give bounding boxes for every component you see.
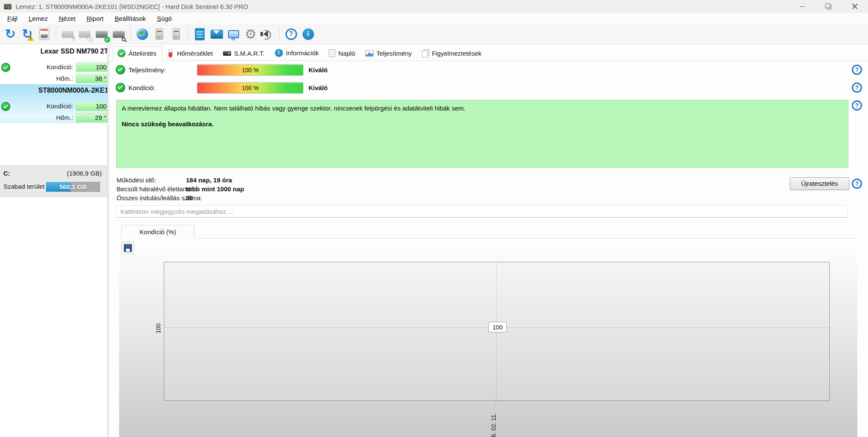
disk-clock-button[interactable]	[76, 26, 93, 43]
chart-icon	[365, 50, 374, 57]
globe-icon	[137, 28, 148, 40]
partition-panel[interactable]: C: (1906,9 GB) Szabad terület 560,1 GB	[0, 165, 108, 197]
help-icon[interactable]	[852, 82, 862, 93]
help-icon[interactable]	[852, 65, 862, 75]
network-disk-button[interactable]	[134, 26, 151, 43]
save-icon	[124, 244, 132, 252]
content-area: Áttekintés Hőmérséklet S.M.A.R.T. Inform…	[110, 45, 868, 437]
temperature-bar: 29 °	[76, 113, 108, 122]
performance-ok-icon	[116, 65, 125, 74]
report-button[interactable]	[191, 26, 208, 43]
menu-view[interactable]: Nézet	[53, 14, 81, 23]
tab-temperature[interactable]: Hőmérséklet	[162, 46, 218, 60]
refresh-warning-button[interactable]	[19, 26, 36, 43]
condition-bar: 100	[76, 62, 108, 72]
disk-search-button[interactable]	[110, 26, 127, 43]
tab-performance[interactable]: Teljesítmény	[361, 47, 417, 60]
save-chart-button[interactable]	[121, 241, 134, 254]
menu-settings[interactable]: Beállítások	[109, 14, 151, 23]
performance-label: Teljesítmény:	[128, 66, 166, 74]
clock-overlay-icon	[87, 37, 93, 42]
tab-label: Információk	[286, 49, 319, 57]
condition-label: Kondíció:	[0, 102, 73, 110]
disk-properties-icon	[39, 28, 49, 40]
minimize-button[interactable]	[789, 0, 815, 13]
disk-accept-button[interactable]	[93, 26, 110, 43]
disk-list-item-seagate-selected[interactable]: ST8000NM000A-2KE101 (7452 Kondíció: 100 …	[0, 84, 108, 123]
help-icon[interactable]	[852, 179, 862, 189]
speaker-icon	[263, 31, 268, 37]
tab-bar: Áttekintés Hőmérséklet S.M.A.R.T. Inform…	[110, 46, 868, 61]
disk-list-item-lexar[interactable]: Lexar SSD NM790 2TB (1907,7 Kondíció: 10…	[0, 45, 108, 84]
refresh-icon	[5, 28, 15, 40]
disk-search-icon	[113, 31, 125, 38]
title-bar: Lemez: 1, ST8000NM000A-2KE101 [WSD2NGEC]…	[0, 0, 868, 13]
disk-properties-button[interactable]	[36, 26, 53, 43]
condition-label: Kondíció:	[0, 63, 73, 71]
info-button[interactable]	[300, 26, 317, 43]
power-on-time-value: 184 nap, 19 óra	[186, 176, 232, 184]
toolbar-separator	[130, 27, 131, 41]
tab-label: S.M.A.R.T.	[234, 50, 265, 57]
disk-question-button[interactable]	[59, 26, 76, 43]
refresh-button[interactable]	[2, 26, 19, 43]
main-area: Lexar SSD NM790 2TB (1907,7 Kondíció: 10…	[0, 45, 868, 437]
close-button[interactable]	[842, 0, 868, 13]
tab-log[interactable]: Napló	[324, 46, 360, 60]
free-space-label: Szabad terület	[3, 183, 45, 190]
free-space-value: 560,1 GB	[46, 182, 100, 192]
chart-tab-condition[interactable]: Kondíció (%)	[121, 225, 194, 239]
disk-tower-button-1[interactable]	[151, 26, 168, 43]
x-axis-tick-mark	[496, 401, 496, 405]
chart-panel: 100 100 2026. 02. 11.	[119, 238, 857, 437]
menu-help[interactable]: Súgó	[151, 14, 177, 23]
sound-alert-button[interactable]	[259, 26, 276, 43]
condition-bar: 100	[76, 102, 108, 111]
comment-input[interactable]: Kattintson megjegyzés megadásához ...	[116, 205, 848, 218]
temperature-label: Hőm.:	[0, 114, 73, 121]
toolbar-separator	[56, 27, 56, 41]
magnifier-overlay-icon	[122, 37, 126, 41]
tab-smart[interactable]: S.M.A.R.T.	[218, 47, 270, 60]
disk-name: Lexar SSD NM790 2TB	[40, 48, 108, 55]
tab-information[interactable]: Információk	[270, 46, 325, 60]
performance-rating: Kiváló	[308, 66, 328, 74]
network-monitor-button[interactable]	[225, 26, 242, 43]
info-circle-icon	[275, 49, 283, 57]
tab-overview[interactable]: Áttekintés	[113, 46, 162, 61]
question-overlay-icon	[71, 35, 75, 43]
menu-file[interactable]: Fájl	[2, 14, 23, 23]
y-axis-tick-label: 100	[155, 323, 162, 333]
status-message-box: A merevlemez állapota hibátlan. Nem talá…	[116, 100, 848, 168]
warning-icon	[27, 35, 34, 41]
start-stop-count-value: 36	[186, 194, 193, 201]
disk-name: ST8000NM000A-2KE101	[38, 87, 108, 94]
retest-button[interactable]: Újratesztelés	[790, 177, 849, 190]
disk-tower-button-2[interactable]	[168, 26, 185, 43]
power-on-time-label: Működési idő:	[117, 176, 156, 184]
disk-tower-icon	[173, 28, 180, 40]
free-space-bar: 560,1 GB	[46, 182, 100, 192]
disk-title: Lexar SSD NM790 2TB (1907,7	[40, 48, 108, 55]
condition-label: Kondíció:	[128, 84, 155, 91]
tab-label: Napló	[338, 50, 355, 57]
help-icon[interactable]	[852, 100, 862, 111]
window-controls	[789, 0, 868, 13]
help-button[interactable]	[283, 26, 300, 43]
menu-report[interactable]: Riport	[81, 14, 109, 23]
monitor-icon	[228, 30, 239, 38]
tab-label: Figyelmeztetések	[432, 50, 482, 57]
status-action-text: Nincs szükség beavatkozásra.	[122, 120, 843, 128]
menu-disk[interactable]: Lemez	[23, 14, 53, 23]
lifetime-label: Becsült hátralévő élettartam:	[117, 185, 197, 193]
check-circle-icon	[117, 49, 126, 57]
restore-button[interactable]	[815, 0, 842, 13]
condition-rating: Kiváló	[308, 84, 328, 91]
condition-bar: 100 %	[197, 82, 303, 94]
mail-icon	[211, 30, 223, 39]
email-button[interactable]	[208, 26, 225, 43]
notepad-icon	[195, 28, 205, 40]
tab-alerts[interactable]: Figyelmeztetések	[417, 46, 487, 60]
settings-button[interactable]	[242, 26, 259, 43]
status-message-text: A merevlemez állapota hibátlan. Nem talá…	[122, 105, 843, 112]
